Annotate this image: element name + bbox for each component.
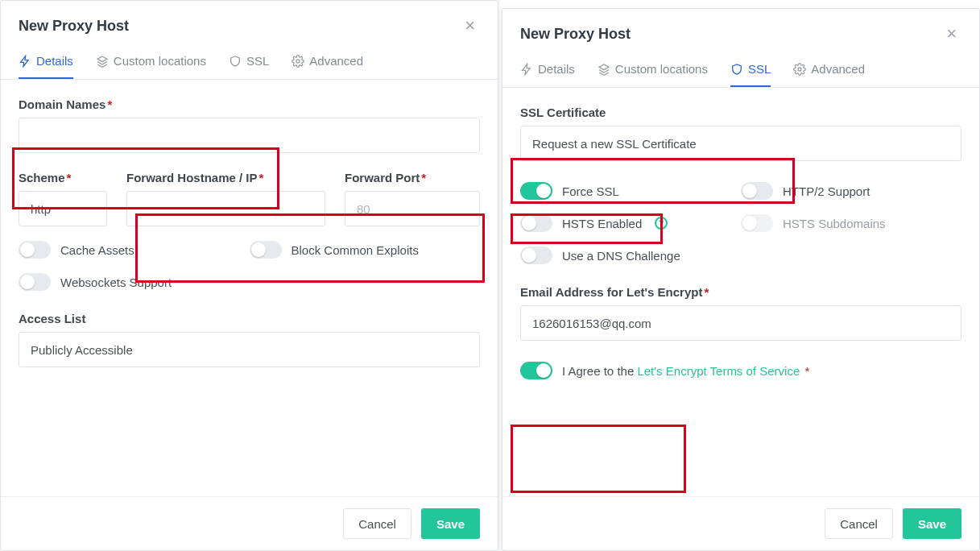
force-ssl-row: Force SSL [520,182,741,200]
cache-assets-toggle[interactable] [19,241,51,259]
force-ssl-toggle[interactable] [520,182,552,200]
modal-ssl: New Proxy Host × Details Custom location… [502,8,980,551]
http2-toggle[interactable] [741,182,773,200]
hsts-toggle[interactable] [520,214,552,232]
tab-ssl[interactable]: SSL [730,62,771,87]
tab-custom-locations[interactable]: Custom locations [96,54,206,79]
forward-host-label: Forward Hostname / IP* [126,171,325,184]
email-label: Email Address for Let's Encrypt* [520,285,961,299]
shield-icon [229,55,242,68]
ssl-cert-select[interactable] [520,126,961,161]
http2-label: HTTP/2 Support [783,184,870,198]
layers-icon [96,55,109,68]
domain-names-label: Domain Names* [19,97,480,111]
hsts-sub-label: HSTS Subdomains [783,217,886,230]
agree-row: I Agree to the Let's Encrypt Terms of Se… [520,362,961,379]
modal-header: New Proxy Host × [1,1,498,48]
agree-toggle[interactable] [520,362,552,379]
scheme-select[interactable] [19,191,107,226]
hsts-sub-row: HSTS Subdomains [741,214,961,232]
scheme-label: Scheme* [19,171,107,184]
bolt-icon [520,63,533,76]
hsts-sub-toggle [741,214,773,232]
websockets-label: Websockets Support [60,276,172,289]
agree-label: I Agree to the Let's Encrypt Terms of Se… [562,364,809,378]
modal-footer: Cancel Save [1,496,498,550]
forward-host-input[interactable] [126,191,325,226]
tab-ssl[interactable]: SSL [229,54,269,79]
modal-title: New Proxy Host [19,18,129,35]
websockets-row: Websockets Support [19,273,250,291]
block-exploits-label: Block Common Exploits [292,243,419,257]
forward-port-label: Forward Port* [345,171,480,184]
websockets-toggle[interactable] [19,273,51,291]
http2-row: HTTP/2 Support [741,182,961,200]
cache-assets-row: Cache Assets [19,241,250,259]
close-icon[interactable]: × [941,23,961,44]
hsts-row: HSTS Enabled ? [520,214,741,232]
help-icon[interactable]: ? [655,217,668,230]
access-list-label: Access List [19,312,480,325]
block-exploits-row: Block Common Exploits [250,241,481,259]
cancel-button[interactable]: Cancel [825,508,893,539]
tabs: Details Custom locations SSL Advanced [1,48,498,80]
access-list-select[interactable] [19,332,480,367]
shield-icon [730,63,743,76]
force-ssl-label: Force SSL [562,184,619,198]
save-button[interactable]: Save [903,508,961,539]
modal-footer: Cancel Save [502,496,979,550]
dns-row: Use a DNS Challenge [520,246,741,264]
tab-advanced[interactable]: Advanced [292,54,363,79]
svg-point-0 [296,60,300,63]
modal-details: New Proxy Host × Details Custom location… [0,0,498,551]
domain-names-input[interactable] [19,118,480,153]
modal-title: New Proxy Host [520,26,631,43]
tab-advanced[interactable]: Advanced [793,62,865,87]
hsts-label: HSTS Enabled [562,217,642,230]
ssl-cert-label: SSL Certificate [520,106,961,119]
cache-assets-label: Cache Assets [60,243,134,257]
forward-port-input[interactable] [345,191,480,226]
bolt-icon [19,55,31,68]
dns-toggle[interactable] [520,246,552,264]
tab-details[interactable]: Details [19,54,73,79]
cancel-button[interactable]: Cancel [343,508,411,539]
layers-icon [598,63,610,76]
dns-label: Use a DNS Challenge [562,249,680,263]
tab-details[interactable]: Details [520,62,575,87]
tos-link[interactable]: Let's Encrypt Terms of Service [637,364,800,378]
gear-icon [292,55,304,68]
save-button[interactable]: Save [421,508,480,539]
close-icon[interactable]: × [460,15,480,36]
tabs: Details Custom locations SSL Advanced [502,56,979,88]
gear-icon [793,63,806,76]
modal-header: New Proxy Host × [502,9,979,56]
tab-custom-locations[interactable]: Custom locations [598,62,708,87]
svg-point-1 [798,68,801,71]
email-input[interactable] [520,305,961,341]
block-exploits-toggle[interactable] [250,241,282,259]
